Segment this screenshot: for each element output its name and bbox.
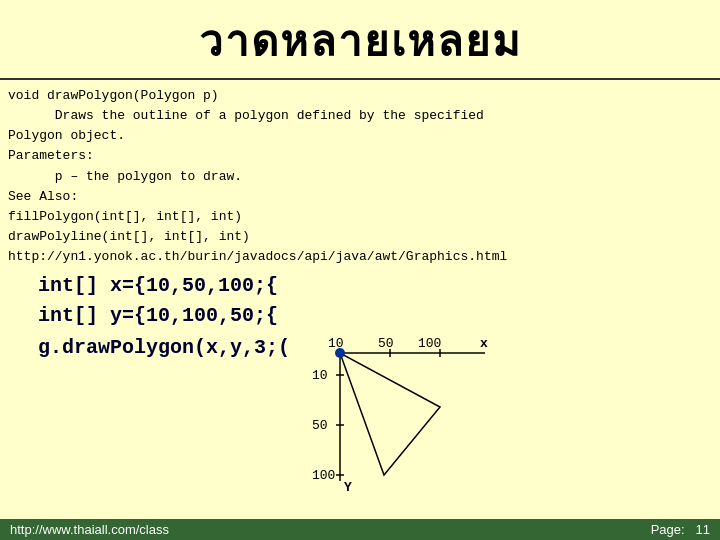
doc-line2: Draws the outline of a polygon defined b…	[8, 108, 484, 123]
y-label-10: 10	[312, 368, 328, 383]
doc-line4: Parameters:	[8, 148, 94, 163]
doc-line9: http://yn1.yonok.ac.th/burin/javadocs/ap…	[8, 249, 507, 264]
triangle-polygon	[340, 353, 440, 475]
code-line3: g.drawPolygon(x,y,3;(	[8, 333, 290, 498]
y-axis-label: Y	[344, 480, 352, 493]
x-axis-label: x	[480, 336, 488, 351]
doc-line5: p – the polygon to draw.	[8, 169, 242, 184]
doc-line1: void drawPolygon(Polygon p)	[8, 88, 219, 103]
y-label-100: 100	[312, 468, 335, 483]
x-label-50: 50	[378, 336, 394, 351]
code-documentation: void drawPolygon(Polygon p) Draws the ou…	[8, 86, 712, 267]
doc-line8: drawPolyline(int[], int[], int)	[8, 229, 250, 244]
page-label: Page:	[651, 522, 685, 537]
x-label-100: 100	[418, 336, 441, 351]
main-content: void drawPolygon(Polygon p) Draws the ou…	[0, 80, 720, 498]
y-label-50: 50	[312, 418, 328, 433]
code-line2: int[] y={10,100,50;{	[38, 301, 712, 331]
doc-line3: Polygon object.	[8, 128, 125, 143]
polygon-diagram: 10 50 100 x 10 50 100 Y	[310, 333, 520, 498]
diagram-area: g.drawPolygon(x,y,3;( 10 50 100 x 10	[8, 333, 712, 498]
doc-line7: fillPolygon(int[], int[], int)	[8, 209, 242, 224]
doc-line6: See Also:	[8, 189, 78, 204]
page-number: 11	[696, 522, 710, 537]
point-dot	[335, 348, 345, 358]
footer-page: Page: 11	[651, 522, 710, 537]
title-bar: วาดหลายเหลยม	[0, 0, 720, 80]
diagram-svg: 10 50 100 x 10 50 100 Y	[310, 333, 520, 493]
code-example: int[] x={10,50,100;{ int[] y={10,100,50;…	[8, 271, 712, 331]
footer-url: http://www.thaiall.com/class	[10, 522, 169, 537]
code-line1: int[] x={10,50,100;{	[38, 271, 712, 301]
page-title: วาดหลายเหลยม	[199, 18, 522, 65]
footer-bar: http://www.thaiall.com/class Page: 11	[0, 519, 720, 540]
